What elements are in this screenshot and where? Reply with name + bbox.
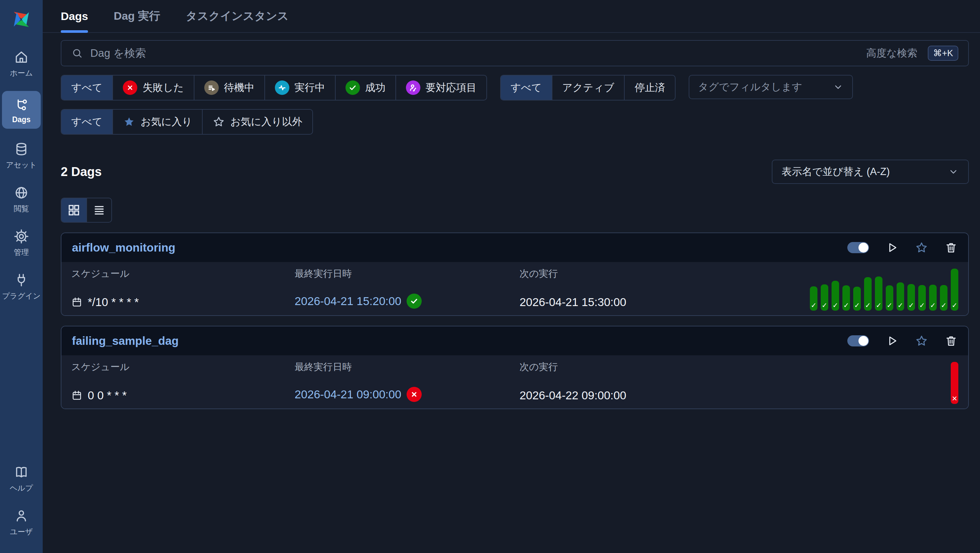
filter-row-state: すべて 失敗した 待機中	[61, 75, 969, 100]
next-run-column: 次の実行 2026-04-22 09:00:00	[520, 361, 723, 404]
toggle-knob	[859, 336, 868, 346]
trigger-dag-button[interactable]	[885, 241, 899, 254]
tab-dag-runs[interactable]: Dag 実行	[114, 0, 160, 32]
state-filter-running[interactable]: 実行中	[264, 76, 335, 100]
dag-run-bar[interactable]: ✓	[886, 285, 893, 311]
dag-run-bar[interactable]: ✓	[821, 284, 828, 311]
dag-card-body: スケジュール 0 0 * * * 最終実行日時 2026-04-21 09:00…	[61, 355, 968, 408]
gear-icon	[14, 229, 29, 244]
success-check-glyph: ✓	[865, 302, 871, 309]
view-toggle-group	[61, 198, 112, 222]
sidebar-item-label: 閲覧	[14, 203, 29, 214]
paused-filter-all[interactable]: すべて	[501, 76, 552, 100]
sidebar-item-browse[interactable]: 閲覧	[2, 185, 41, 214]
success-check-glyph: ✓	[908, 302, 914, 309]
filter-label: お気に入り	[140, 115, 192, 129]
airflow-app: ホーム Dags アセット	[0, 0, 980, 553]
dag-run-bar[interactable]: ✓	[875, 276, 883, 311]
state-filter-failed[interactable]: 失敗した	[112, 76, 193, 100]
last-run-label: 最終実行日時	[294, 267, 520, 280]
success-check-glyph: ✓	[930, 302, 936, 309]
sidebar-item-dags[interactable]: Dags	[2, 91, 41, 129]
delete-dag-button[interactable]	[945, 241, 958, 254]
dag-run-bar[interactable]: ✓	[897, 283, 904, 311]
dag-card-header: airflow_monitoring	[61, 233, 968, 262]
star-filled-icon	[123, 116, 135, 128]
sidebar-item-home[interactable]: ホーム	[2, 49, 41, 78]
sidebar-item-help[interactable]: ヘルプ	[2, 465, 41, 493]
paused-filter-active[interactable]: アクティブ	[552, 76, 624, 100]
dag-run-bar[interactable]: ✓	[940, 285, 948, 311]
sort-select[interactable]: 表示名で並び替え (A-Z)	[772, 160, 969, 184]
schedule-label: スケジュール	[71, 361, 294, 374]
next-run-value: 2026-04-21 15:30:00	[520, 296, 723, 311]
grid-view-button[interactable]	[61, 199, 86, 222]
play-icon	[885, 334, 899, 347]
failed-check-glyph: ✕	[952, 395, 958, 402]
favorite-filter-non-favorites[interactable]: お気に入り以外	[202, 110, 312, 134]
state-filter-needs-attention[interactable]: 要対応項目	[395, 76, 487, 100]
tag-filter-select[interactable]: タグでフィルタします	[689, 75, 853, 99]
last-run-link[interactable]: 2026-04-21 15:20:00	[294, 294, 401, 308]
dag-name-link[interactable]: airflow_monitoring	[72, 241, 175, 254]
chevron-down-icon	[948, 166, 959, 177]
list-view-button[interactable]	[86, 199, 111, 222]
delete-dag-button[interactable]	[945, 334, 958, 347]
sidebar-nav: ホーム Dags アセット	[0, 42, 43, 309]
last-run-link[interactable]: 2026-04-21 09:00:00	[294, 388, 401, 401]
trash-icon	[945, 334, 958, 347]
filter-label: 待機中	[224, 81, 255, 95]
dag-run-bar[interactable]: ✓	[918, 285, 926, 311]
sidebar-item-label: ヘルプ	[10, 483, 33, 493]
next-run-label: 次の実行	[520, 361, 723, 374]
favorite-filter-all[interactable]: すべて	[61, 110, 112, 134]
sidebar-item-user[interactable]: ユーザ	[2, 509, 41, 537]
main-area: Dags Dag 実行 タスクインスタンス 高度な検索 ⌘+K すべて	[43, 0, 980, 553]
needs-attention-icon	[406, 81, 420, 95]
sidebar-item-label: 管理	[14, 247, 29, 257]
dag-enabled-toggle[interactable]	[847, 242, 869, 253]
plug-icon	[14, 273, 29, 288]
dag-run-bar[interactable]: ✓	[951, 269, 958, 311]
dag-run-bar[interactable]: ✓	[864, 277, 872, 311]
favorite-dag-button[interactable]	[915, 334, 928, 347]
tab-dags[interactable]: Dags	[61, 0, 88, 32]
dag-run-bar[interactable]: ✓	[842, 285, 850, 311]
advanced-search-label[interactable]: 高度な検索	[866, 46, 917, 60]
next-run-column: 次の実行 2026-04-21 15:30:00	[520, 267, 723, 311]
state-filter-queued[interactable]: 待機中	[194, 76, 264, 100]
dag-icon	[14, 97, 29, 112]
dag-run-bar[interactable]: ✓	[853, 287, 861, 311]
next-run-value: 2026-04-22 09:00:00	[520, 389, 723, 404]
schedule-column: スケジュール 0 0 * * *	[71, 361, 294, 404]
dag-run-bar[interactable]: ✓	[907, 284, 915, 311]
state-filter-all[interactable]: すべて	[61, 76, 112, 100]
tab-task-instances[interactable]: タスクインスタンス	[186, 0, 289, 32]
running-icon	[275, 81, 290, 95]
dag-run-bar[interactable]: ✕	[951, 362, 958, 404]
paused-filter-paused[interactable]: 停止済	[624, 76, 675, 100]
success-check-glyph: ✓	[811, 302, 817, 309]
search-input[interactable]	[90, 47, 859, 59]
calendar-icon	[71, 297, 83, 308]
sidebar-item-label: ホーム	[10, 68, 33, 78]
last-run-label: 最終実行日時	[294, 361, 520, 374]
dag-name-link[interactable]: failing_sample_dag	[72, 334, 179, 347]
sidebar-item-admin[interactable]: 管理	[2, 229, 41, 257]
dag-run-bar[interactable]: ✓	[810, 286, 818, 311]
dag-run-bar[interactable]: ✓	[832, 281, 839, 311]
dag-enabled-toggle[interactable]	[847, 335, 869, 346]
dag-run-bar[interactable]: ✓	[929, 285, 937, 311]
state-filter-success[interactable]: 成功	[335, 76, 395, 100]
paused-filter-group: すべて アクティブ 停止済	[500, 75, 676, 100]
sidebar-item-plugins[interactable]: プラグイン	[2, 273, 41, 301]
play-icon	[885, 241, 899, 254]
calendar-icon	[71, 390, 83, 401]
filter-label: すべて	[71, 81, 102, 95]
sidebar-item-assets[interactable]: アセット	[2, 141, 41, 170]
favorite-dag-button[interactable]	[915, 241, 928, 254]
filter-label: すべて	[71, 115, 102, 129]
airflow-logo	[10, 8, 33, 31]
favorite-filter-favorites[interactable]: お気に入り	[112, 110, 202, 134]
trigger-dag-button[interactable]	[885, 334, 899, 347]
